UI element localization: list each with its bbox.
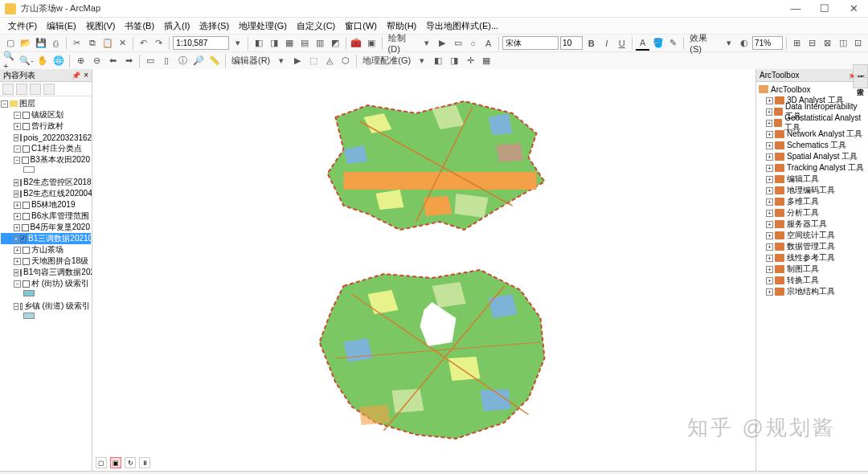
- data-view-button[interactable]: ▢: [96, 457, 107, 468]
- layer-item[interactable]: −镇级区划: [1, 109, 91, 121]
- line-icon[interactable]: ✎: [666, 36, 680, 51]
- menu-item[interactable]: 导出地图样式(E)...: [422, 19, 502, 33]
- prev-extent-icon[interactable]: ⬅: [105, 54, 120, 68]
- layer-item[interactable]: +pois_20220323162945: [1, 132, 91, 143]
- full-extent-icon[interactable]: 🌐: [51, 54, 66, 68]
- menu-item[interactable]: 视图(V): [82, 19, 120, 33]
- layer-item[interactable]: −B3基本农田2020: [1, 154, 91, 165]
- font-select[interactable]: [502, 36, 559, 50]
- layer-item[interactable]: +曾行政村: [1, 121, 91, 132]
- menu-item[interactable]: 地理处理(G): [235, 19, 291, 33]
- edit3-icon[interactable]: ⬡: [338, 54, 353, 68]
- layer-item[interactable]: +B2生态红线202004: [1, 188, 91, 199]
- toolbox-item[interactable]: +Geostatistical Analyst 工具: [758, 117, 866, 129]
- redo-icon[interactable]: ↷: [152, 36, 166, 51]
- menu-item[interactable]: 选择(S): [195, 19, 233, 33]
- bold-icon[interactable]: B: [584, 36, 598, 51]
- refresh-button[interactable]: ↻: [125, 457, 136, 468]
- delete-icon[interactable]: ✕: [116, 36, 129, 51]
- copy-icon[interactable]: ⧉: [85, 36, 99, 51]
- pin-icon[interactable]: 📌: [72, 72, 80, 80]
- snap4-icon[interactable]: ◫: [836, 36, 850, 51]
- gr1-icon[interactable]: ◧: [431, 54, 445, 68]
- layer-item[interactable]: +B5林地2019: [1, 199, 91, 210]
- toc-view1-icon[interactable]: [2, 84, 14, 95]
- menu-item[interactable]: 书签(B): [121, 19, 158, 33]
- toolbox-item[interactable]: +数据管理工具: [758, 241, 866, 252]
- toolbox-item[interactable]: +分析工具: [758, 207, 866, 219]
- side-tab-catalog[interactable]: 目录: [853, 64, 868, 76]
- layer-item[interactable]: +B1句容三调数据202012: [1, 267, 91, 278]
- select-icon[interactable]: ▭: [143, 54, 158, 68]
- layer-item[interactable]: +B1三调数据202107: [1, 233, 91, 244]
- scale-input[interactable]: [173, 36, 229, 50]
- python-icon[interactable]: ▣: [365, 36, 379, 51]
- draw-label[interactable]: 绘制(D): [386, 32, 419, 54]
- layer-item[interactable]: +B6水库管理范围: [1, 210, 91, 222]
- edit2-icon[interactable]: ◬: [322, 54, 337, 68]
- underline-icon[interactable]: U: [615, 36, 628, 51]
- editor-label[interactable]: 编辑器(R): [229, 55, 272, 67]
- clear-sel-icon[interactable]: ▯: [159, 54, 174, 68]
- layer-item[interactable]: +B4历年复垦2020: [1, 222, 91, 233]
- snap5-icon[interactable]: ⊡: [851, 36, 865, 51]
- toolbox-item[interactable]: +Network Analyst 工具: [758, 129, 866, 140]
- zoom-out-icon[interactable]: 🔍-: [19, 54, 34, 68]
- layer-item[interactable]: +方山茶场: [1, 244, 91, 255]
- toolbox-item[interactable]: +空间统计工具: [758, 230, 866, 241]
- toolbox-item[interactable]: +制图工具: [758, 264, 866, 275]
- toc-view3-icon[interactable]: [30, 84, 41, 95]
- map-canvas[interactable]: ▢ ▣ ↻ ⏸: [92, 69, 755, 471]
- layer-item[interactable]: −村 (街坊) 级索引: [1, 278, 91, 289]
- find-icon[interactable]: 🔎: [191, 54, 206, 68]
- effects-label[interactable]: 效果(S): [687, 32, 720, 54]
- open-icon[interactable]: 📂: [18, 36, 32, 51]
- georef-dropdown-icon[interactable]: ▾: [415, 54, 429, 68]
- next-extent-icon[interactable]: ➡: [121, 54, 136, 68]
- rect-icon[interactable]: ▭: [451, 36, 465, 51]
- circle-icon[interactable]: ○: [466, 36, 480, 51]
- toolbox-item[interactable]: +宗地结构工具: [758, 286, 866, 297]
- fixed-zoom-in-icon[interactable]: ⊕: [73, 54, 88, 68]
- layer-item[interactable]: −乡镇 (街道) 级索引: [1, 300, 91, 312]
- layout-view-button[interactable]: ▣: [110, 457, 121, 468]
- fill-icon[interactable]: 🪣: [651, 36, 665, 51]
- toolbox-icon[interactable]: 🧰: [350, 36, 363, 51]
- menu-item[interactable]: 插入(I): [160, 19, 194, 33]
- toolbox-item[interactable]: +编辑工具: [758, 174, 866, 185]
- measure-icon[interactable]: 📏: [207, 54, 222, 68]
- scale-dropdown-icon[interactable]: ▾: [231, 36, 244, 51]
- toc-view2-icon[interactable]: [16, 84, 27, 95]
- print-icon[interactable]: ⎙: [49, 36, 63, 51]
- snap1-icon[interactable]: ⊞: [790, 36, 804, 51]
- toolbox-item[interactable]: +Schematics 工具: [758, 140, 866, 151]
- tool1-icon[interactable]: ◧: [252, 36, 265, 51]
- georef-label[interactable]: 地理配准(G): [360, 55, 413, 67]
- gr4-icon[interactable]: ▦: [479, 54, 493, 68]
- pause-button[interactable]: ⏸: [139, 457, 150, 468]
- toc-root[interactable]: −图层: [1, 98, 91, 109]
- dim-icon[interactable]: ◐: [737, 36, 751, 51]
- fixed-zoom-out-icon[interactable]: ⊖: [89, 54, 104, 68]
- toolbox-item[interactable]: +服务器工具: [758, 219, 866, 230]
- toolbox-item[interactable]: +Tracking Analyst 工具: [758, 162, 866, 174]
- menu-item[interactable]: 编辑(E): [43, 19, 80, 33]
- layer-item[interactable]: +天地图拼合18级: [1, 255, 91, 267]
- edit-arrow-icon[interactable]: ▶: [290, 54, 305, 68]
- cut-icon[interactable]: ✂: [70, 36, 84, 51]
- toolbox-item[interactable]: +转换工具: [758, 275, 866, 286]
- effects-pct[interactable]: [752, 36, 783, 50]
- italic-icon[interactable]: I: [600, 36, 613, 51]
- effects-dropdown-icon[interactable]: ▾: [722, 36, 735, 51]
- identify-icon[interactable]: ⓘ: [175, 54, 190, 68]
- menu-item[interactable]: 窗口(W): [341, 19, 381, 33]
- tool5-icon[interactable]: ▥: [313, 36, 327, 51]
- snap3-icon[interactable]: ⊠: [821, 36, 834, 51]
- side-tab-search[interactable]: 搜索: [853, 77, 868, 88]
- paste-icon[interactable]: 📋: [100, 36, 114, 51]
- toolbox-item[interactable]: +地理编码工具: [758, 185, 866, 196]
- text-icon[interactable]: A: [481, 36, 495, 51]
- undo-icon[interactable]: ↶: [137, 36, 150, 51]
- menu-item[interactable]: 文件(F): [4, 19, 41, 33]
- font-size-input[interactable]: [560, 36, 583, 50]
